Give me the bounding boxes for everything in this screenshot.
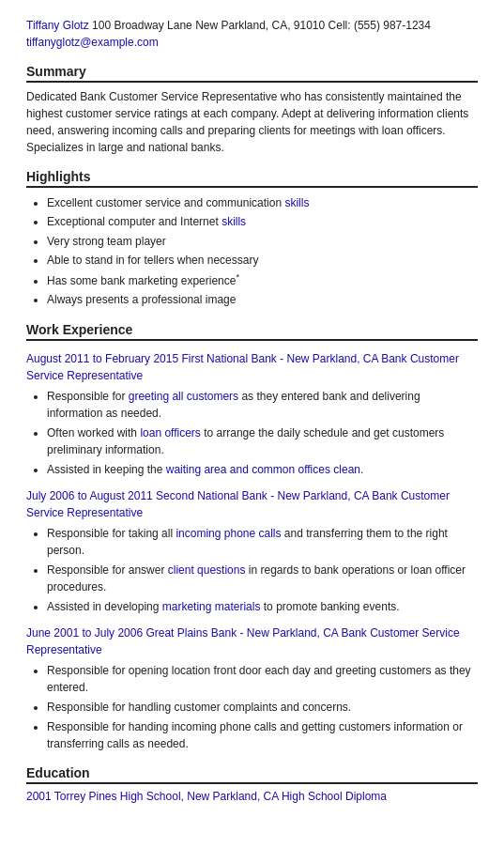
list-item: Able to stand in for tellers when necess…: [47, 251, 478, 270]
work-list-3: Responsible for opening location front d…: [26, 662, 478, 752]
work-experience-section: Work Experience August 2011 to February …: [26, 322, 478, 752]
header-email: tiffanyglotz@example.com: [26, 36, 159, 49]
list-item: Assisted in developing marketing materia…: [47, 598, 478, 615]
work-list-2: Responsible for taking all incoming phon…: [26, 525, 478, 615]
education-section: Education 2001 Torrey Pines High School,…: [26, 765, 478, 803]
list-item: Responsible for opening location front d…: [47, 662, 478, 696]
work-blue: greeting all customers: [129, 390, 238, 403]
list-item: Excellent customer service and communica…: [47, 193, 478, 212]
work-entry-header-3: June 2001 to July 2006 Great Plains Bank…: [26, 624, 478, 658]
header-cell-text: Cell: (555) 987-1234: [328, 19, 431, 32]
work-experience-title: Work Experience: [26, 322, 478, 341]
list-item: Exceptional computer and Internet skills: [47, 212, 478, 231]
highlights-list: Excellent customer service and communica…: [26, 193, 478, 309]
education-title: Education: [26, 765, 478, 784]
summary-title: Summary: [26, 64, 478, 83]
work-blue: client questions: [168, 563, 246, 577]
list-item: Responsible for greeting all customers a…: [47, 388, 478, 422]
work-list-1: Responsible for greeting all customers a…: [26, 388, 478, 478]
work-blue: waiting area and common offices clean: [166, 463, 360, 476]
work-blue: incoming phone calls: [176, 527, 281, 540]
resume-header: Tiffany Glotz 100 Broadway Lane New Park…: [26, 17, 478, 51]
education-entry: 2001 Torrey Pines High School, New Parkl…: [26, 790, 478, 803]
summary-text: Dedicated Bank Customer Service Represen…: [26, 88, 478, 156]
header-name: Tiffany Glotz: [26, 19, 89, 32]
list-item: Responsible for handling customer compla…: [47, 699, 478, 716]
header-address-text: 100 Broadway Lane New Parkland, CA, 9101…: [92, 19, 325, 32]
highlight-blue: skills: [221, 215, 246, 228]
highlight-blue: skills: [284, 196, 309, 209]
list-item: Very strong team player: [47, 232, 478, 251]
list-item: Assisted in keeping the waiting area and…: [47, 461, 478, 478]
summary-section: Summary Dedicated Bank Customer Service …: [26, 64, 478, 156]
list-item: Responsible for handing incoming phone c…: [47, 718, 478, 752]
work-entry-header-1: August 2011 to February 2015 First Natio…: [26, 350, 478, 384]
list-item: Often worked with loan officers to arran…: [47, 424, 478, 458]
work-blue: marketing materials: [162, 600, 261, 613]
list-item: Responsible for answer client questions …: [47, 562, 478, 595]
work-entry-header-2: July 2006 to August 2011 Second National…: [26, 487, 478, 521]
work-blue: loan officers: [140, 426, 200, 439]
highlights-section: Highlights Excellent customer service an…: [26, 169, 478, 309]
list-item: Responsible for taking all incoming phon…: [47, 525, 478, 559]
highlights-title: Highlights: [26, 169, 478, 188]
list-item: Always presents a professional image: [47, 290, 478, 309]
list-item: Has some bank marketing experience*: [47, 270, 478, 290]
